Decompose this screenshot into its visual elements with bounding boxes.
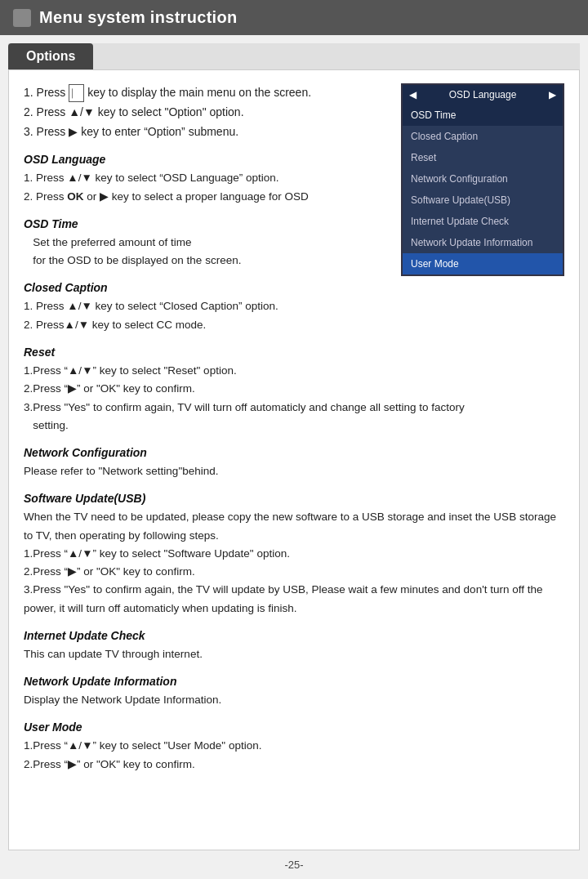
osd-item-network-config[interactable]: Network Configuration (403, 168, 563, 190)
osd-menu-header: ◀ OSD Language ▶ (403, 85, 563, 105)
cc-line2: 2. Press▲/▼ key to select CC mode. (24, 316, 564, 334)
page-footer: -25- (0, 850, 588, 879)
nui-line1: Display the Network Update Information. (24, 691, 564, 709)
options-bar: Options (8, 43, 580, 69)
osd-menu: ◀ OSD Language ▶ OSD Time Closed Caption… (401, 83, 564, 276)
sw-line1: When the TV need to be updated, please c… (24, 508, 564, 545)
page-title: Menu system instruction (39, 8, 238, 27)
reset-line2: 2.Press “▶” or "OK" key to confirm. (24, 380, 564, 398)
section-network-config: Network Configuration Please refer to "N… (24, 446, 564, 480)
section-body-network-config: Please refer to "Network setting"behind. (24, 462, 564, 480)
osd-item-closed-caption[interactable]: Closed Caption (403, 126, 563, 147)
section-heading-closed-caption: Closed Caption (24, 281, 564, 294)
osd-item-software-update[interactable]: Software Update(USB) (403, 190, 563, 211)
section-body-user-mode: 1.Press “▲/▼” key to select "User Mode" … (24, 737, 564, 774)
osd-item-network-update-info[interactable]: Network Update Information (403, 232, 563, 253)
section-heading-user-mode: User Mode (24, 721, 564, 734)
iu-line1: This can update TV through internet. (24, 645, 564, 663)
page-wrapper: Menu system instruction Options 1. Press… (0, 0, 588, 879)
section-body-internet-update: This can update TV through internet. (24, 645, 564, 663)
page-header: Menu system instruction (0, 0, 588, 35)
osd-right-arrow: ▶ (549, 89, 556, 100)
um-line2: 2.Press “▶” or "OK" key to confirm. (24, 756, 564, 774)
osd-item-reset[interactable]: Reset (403, 147, 563, 168)
osd-item-osd-time[interactable]: OSD Time (403, 105, 563, 126)
section-body-network-update-info: Display the Network Update Information. (24, 691, 564, 709)
section-network-update-info: Network Update Information Display the N… (24, 675, 564, 709)
netconfig-line1: Please refer to "Network setting"behind. (24, 462, 564, 480)
section-closed-caption: Closed Caption 1. Press ▲/▼ key to selec… (24, 281, 564, 334)
options-tab[interactable]: Options (8, 43, 93, 69)
menu-icon (13, 9, 31, 27)
section-software-update: Software Update(USB) When the TV need to… (24, 492, 564, 618)
section-heading-network-update-info: Network Update Information (24, 675, 564, 688)
section-user-mode: User Mode 1.Press “▲/▼” key to select "U… (24, 721, 564, 774)
osd-item-user-mode[interactable]: User Mode (403, 253, 563, 274)
section-body-software-update: When the TV need to be updated, please c… (24, 508, 564, 618)
section-heading-reset: Reset (24, 346, 564, 359)
reset-line3: 3.Press "Yes" to confirm again, TV will … (24, 399, 564, 435)
osd-item-internet-update[interactable]: Internet Update Check (403, 211, 563, 232)
section-heading-internet-update: Internet Update Check (24, 629, 564, 642)
section-heading-software-update: Software Update(USB) (24, 492, 564, 505)
section-reset: Reset 1.Press “▲/▼” key to select "Reset… (24, 346, 564, 435)
main-content: 1. Press ⎸ key to display the main menu … (8, 69, 580, 850)
cc-line1: 1. Press ▲/▼ key to select “Closed Capti… (24, 297, 564, 315)
page-number: -25- (284, 859, 303, 871)
section-body-reset: 1.Press “▲/▼” key to select "Reset" opti… (24, 362, 564, 435)
sw-line3: 2.Press “▶” or "OK" key to confirm. (24, 563, 564, 581)
osd-menu-title: OSD Language (449, 89, 517, 100)
reset-line1: 1.Press “▲/▼” key to select "Reset" opti… (24, 362, 564, 380)
sw-line4: 3.Press "Yes" to confirm again, the TV w… (24, 581, 564, 618)
section-heading-network-config: Network Configuration (24, 446, 564, 459)
osd-left-arrow: ◀ (409, 89, 416, 100)
um-line1: 1.Press “▲/▼” key to select "User Mode" … (24, 737, 564, 755)
section-internet-update: Internet Update Check This can update TV… (24, 629, 564, 663)
section-body-closed-caption: 1. Press ▲/▼ key to select “Closed Capti… (24, 297, 564, 334)
sw-line2: 1.Press “▲/▼” key to select "Software Up… (24, 545, 564, 563)
